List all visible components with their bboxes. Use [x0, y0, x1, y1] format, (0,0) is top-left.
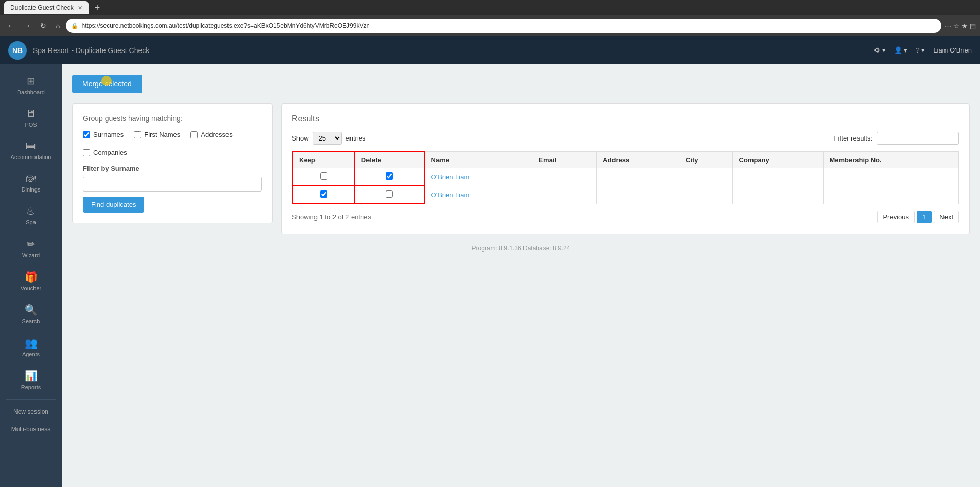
sidebar-label-search: Search	[22, 318, 40, 324]
sidebar-item-dashboard[interactable]: ⊞ Dashboard	[0, 69, 62, 100]
name-link-1[interactable]: O'Brien Liam	[431, 191, 470, 199]
sidebar-label-accommodation: Accommodation	[11, 154, 51, 160]
sidebar-item-voucher[interactable]: 🎁 Voucher	[0, 266, 62, 297]
nav-extras: ⋯ ☆ ★ ▤	[944, 22, 976, 30]
user-button[interactable]: 👤 ▾	[894, 46, 908, 54]
show-label: Show	[292, 134, 309, 142]
sidebar: ⊞ Dashboard 🖥 POS 🛏 Accommodation 🍽 Dini…	[0, 64, 62, 487]
keep-cell-0	[292, 168, 355, 186]
pagination-buttons: Previous 1 Next	[877, 211, 959, 223]
sidebar-item-reports[interactable]: 📊 Reports	[0, 364, 62, 395]
sidebar-label-spa: Spa	[26, 219, 36, 225]
surname-filter-input[interactable]	[83, 177, 262, 192]
results-controls: Show 25 50 100 entries Filter results:	[292, 132, 959, 145]
star-icon[interactable]: ★	[961, 22, 968, 30]
surname-filter-label: Filter by Surname	[83, 165, 262, 172]
tab-title: Duplicate Guest Check	[10, 4, 74, 11]
company-cell-0	[732, 168, 823, 186]
surnames-checkbox[interactable]	[83, 131, 90, 138]
keep-checkbox-0[interactable]	[320, 172, 327, 180]
show-entries-select[interactable]: 25 50 100	[313, 132, 342, 145]
companies-label: Companies	[93, 149, 127, 156]
filter-firstnames[interactable]: First Names	[134, 131, 180, 138]
sidebar-item-spa[interactable]: ♨ Spa	[0, 200, 62, 231]
col-delete: Delete	[355, 151, 425, 168]
url-text: https://secure.netbookings.com.au/test/d…	[81, 22, 936, 29]
delete-cell-1	[355, 186, 425, 204]
filter-companies[interactable]: Companies	[83, 149, 127, 156]
addresses-checkbox[interactable]	[190, 131, 198, 138]
app-name: Spa Resort	[33, 46, 69, 55]
lock-icon: 🔒	[71, 23, 78, 29]
find-button-label: Find duplicates	[91, 201, 136, 208]
company-cell-1	[732, 186, 823, 204]
browser-tab-bar: Duplicate Guest Check ✕ +	[0, 0, 980, 15]
sidebar-icon[interactable]: ▤	[970, 22, 976, 30]
wizard-icon: ✏	[27, 238, 36, 250]
address-cell-0	[597, 168, 679, 186]
table-row: O'Brien Liam	[292, 186, 959, 204]
bookmark-icon[interactable]: ☆	[953, 22, 959, 30]
filter-panel-title: Group guests having matching:	[83, 114, 262, 123]
filter-panel: Group guests having matching: Surnames F…	[72, 103, 273, 223]
settings-button[interactable]: ⚙ ▾	[874, 46, 886, 54]
reload-button[interactable]: ↻	[37, 20, 49, 32]
merge-selected-button[interactable]: Merge selected	[72, 75, 142, 93]
results-title: Results	[292, 114, 959, 124]
companies-checkbox[interactable]	[83, 149, 90, 156]
col-company: Company	[732, 151, 823, 168]
filter-addresses[interactable]: Addresses	[190, 131, 232, 138]
help-button[interactable]: ? ▾	[916, 46, 925, 54]
sidebar-item-new-session[interactable]: New session	[0, 404, 62, 420]
browser-tab[interactable]: Duplicate Guest Check ✕	[4, 1, 89, 14]
sidebar-item-accommodation[interactable]: 🛏 Accommodation	[0, 135, 62, 165]
home-button[interactable]: ⌂	[52, 20, 63, 32]
sidebar-item-wizard[interactable]: ✏ Wizard	[0, 233, 62, 264]
filter-surnames[interactable]: Surnames	[83, 131, 124, 138]
city-cell-0	[679, 168, 733, 186]
delete-checkbox-0[interactable]	[386, 172, 393, 180]
back-button[interactable]: ←	[4, 20, 18, 32]
previous-page-button[interactable]: Previous	[877, 211, 915, 223]
col-membership: Membership No.	[823, 151, 959, 168]
content-area: Merge selected Group guests having match…	[62, 64, 980, 487]
find-duplicates-button[interactable]: Find duplicates	[83, 197, 144, 213]
sidebar-label-dashboard: Dashboard	[17, 89, 45, 95]
col-address: Address	[597, 151, 679, 168]
sidebar-item-pos[interactable]: 🖥 POS	[0, 102, 62, 133]
surnames-label: Surnames	[93, 131, 124, 138]
showing-text: Showing 1 to 2 of 2 entries	[292, 213, 371, 221]
sidebar-item-search[interactable]: 🔍 Search	[0, 299, 62, 329]
main-area: ⊞ Dashboard 🖥 POS 🛏 Accommodation 🍽 Dini…	[0, 64, 980, 487]
more-icon[interactable]: ⋯	[944, 22, 951, 30]
sidebar-item-dinings[interactable]: 🍽 Dinings	[0, 167, 62, 198]
sidebar-label-multi-business: Multi-business	[11, 426, 51, 433]
current-page-button[interactable]: 1	[917, 211, 932, 223]
address-bar[interactable]: 🔒 https://secure.netbookings.com.au/test…	[66, 19, 941, 33]
name-cell-1: O'Brien Liam	[425, 186, 532, 204]
next-page-button[interactable]: Next	[934, 211, 959, 223]
header-icons: ⚙ ▾ 👤 ▾ ? ▾ Liam O'Brien	[874, 46, 972, 54]
sidebar-item-agents[interactable]: 👥 Agents	[0, 332, 62, 362]
firstnames-label: First Names	[144, 131, 180, 138]
firstnames-checkbox[interactable]	[134, 131, 141, 138]
new-tab-button[interactable]: +	[91, 3, 104, 13]
filter-results-label: Filter results:	[834, 134, 872, 142]
name-link-0[interactable]: O'Brien Liam	[431, 173, 470, 181]
keep-checkbox-1[interactable]	[320, 190, 327, 198]
col-name: Name	[425, 151, 532, 168]
delete-checkbox-1[interactable]	[386, 190, 393, 198]
sidebar-label-wizard: Wizard	[22, 252, 40, 258]
filter-options-row: Surnames First Names Addresses	[83, 131, 262, 156]
forward-button[interactable]: →	[21, 20, 34, 32]
close-tab-icon[interactable]: ✕	[78, 5, 82, 11]
results-table: Keep Delete Name Email Address City Comp…	[292, 151, 959, 204]
spa-icon: ♨	[26, 205, 36, 217]
address-cell-1	[597, 186, 679, 204]
page-title: Duplicate Guest Check	[76, 46, 149, 55]
sidebar-item-multi-business[interactable]: Multi-business	[0, 422, 62, 437]
username-display[interactable]: Liam O'Brien	[933, 46, 972, 54]
footer: Program: 8.9.1.36 Database: 8.9.24	[72, 245, 970, 252]
sidebar-label-agents: Agents	[22, 351, 40, 357]
filter-results-input[interactable]	[877, 132, 959, 145]
